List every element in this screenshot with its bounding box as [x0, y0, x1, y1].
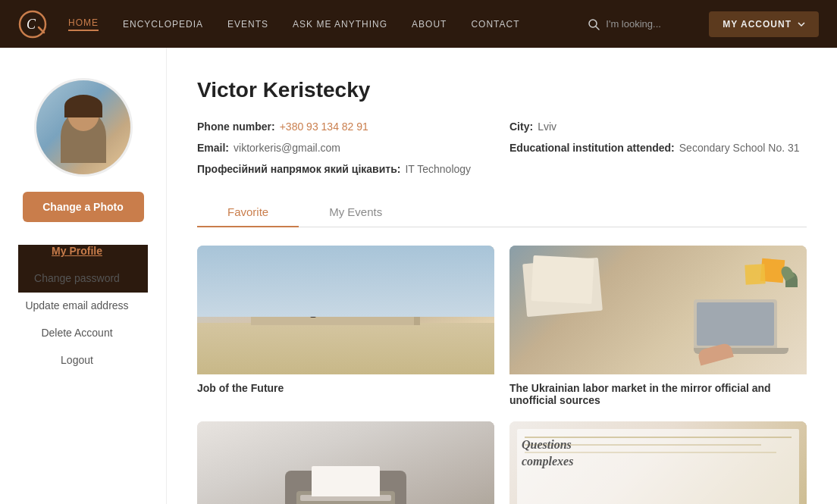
sidebar-item-delete[interactable]: Delete Account — [41, 327, 112, 339]
questions-text: Questionscomplexes — [522, 437, 573, 471]
navbar: C HOME ENCYCLOPEDIA EVENTS ASK ME ANYTHI… — [0, 0, 837, 48]
change-photo-button[interactable]: Change a Photo — [23, 192, 144, 222]
email-row: Email: viktorkeris@gmail.com — [197, 142, 494, 154]
nav-events[interactable]: EVENTS — [227, 19, 268, 30]
card-title-1: Job of the Future — [197, 374, 494, 394]
education-label: Educational institution attended: — [509, 142, 675, 154]
sidebar-item-email[interactable]: Update email address — [25, 299, 128, 311]
card-job-future[interactable]: Job of the Future — [197, 246, 494, 406]
card-questions[interactable]: Questionscomplexes — [509, 421, 807, 504]
email-value: viktorkeris@gmail.com — [234, 142, 340, 154]
profile-name: Victor Keristecky — [197, 78, 807, 102]
phone-value: +380 93 134 82 91 — [280, 121, 368, 133]
phone-label: Phone number: — [197, 121, 275, 133]
sidebar-item-password[interactable]: Change password — [34, 272, 120, 284]
my-account-button[interactable]: MY ACCOUNT — [709, 11, 819, 37]
sidebar: Change a Photo My Profile Change passwor… — [0, 48, 167, 504]
card-news[interactable]: News — [197, 421, 494, 504]
search-bar[interactable] — [588, 18, 697, 30]
tab-favorite[interactable]: Favorite — [197, 198, 299, 227]
card-title-2: The Ukrainian labor market in the mirror… — [509, 374, 807, 406]
logo[interactable]: C — [18, 10, 47, 39]
card-image-1 — [197, 246, 494, 374]
card-image-3: News — [197, 421, 494, 504]
email-label: Email: — [197, 142, 229, 154]
city-row: City: Lviv — [509, 121, 807, 133]
direction-row: Професійний напрямок який цікавить: IT T… — [197, 163, 494, 175]
education-row: Educational institution attended: Second… — [509, 142, 807, 154]
search-icon — [588, 18, 600, 30]
phone-row: Phone number: +380 93 134 82 91 — [197, 121, 494, 133]
nav-about[interactable]: ABOUT — [412, 19, 447, 30]
sidebar-menu: My Profile Change password Update email … — [18, 245, 148, 293]
profile-content: Victor Keristecky Phone number: +380 93 … — [167, 48, 837, 504]
sidebar-item-profile[interactable]: My Profile — [52, 245, 102, 257]
avatar — [34, 78, 133, 177]
svg-line-4 — [596, 27, 599, 30]
nav-home[interactable]: HOME — [68, 17, 99, 31]
avatar-hair — [64, 95, 102, 117]
city-value: Lviv — [538, 121, 556, 133]
nav-contact[interactable]: CONTACT — [471, 19, 519, 30]
content-tabs: Favorite My Events — [197, 198, 807, 227]
profile-info: Phone number: +380 93 134 82 91 Email: v… — [197, 121, 807, 175]
city-label: City: — [509, 121, 533, 133]
direction-label: Професійний напрямок який цікавить: — [197, 163, 400, 175]
main-container: Change a Photo My Profile Change passwor… — [0, 48, 837, 504]
svg-text:C: C — [27, 17, 36, 32]
chevron-down-icon — [798, 20, 805, 28]
direction-value: IT Technology — [405, 163, 471, 175]
education-value: Secondary School No. 31 — [679, 142, 800, 154]
card-labor-market[interactable]: The Ukrainian labor market in the mirror… — [509, 246, 807, 406]
account-button-label: MY ACCOUNT — [723, 19, 792, 30]
search-input[interactable] — [606, 18, 697, 30]
tab-my-events[interactable]: My Events — [299, 198, 412, 227]
sidebar-item-logout[interactable]: Logout — [61, 354, 93, 366]
nav-links: HOME ENCYCLOPEDIA EVENTS ASK ME ANYTHING… — [68, 17, 588, 31]
card-image-2 — [509, 246, 807, 374]
card-image-4: Questionscomplexes — [509, 421, 807, 504]
cards-grid: Job of the Future — [197, 246, 807, 504]
nav-ask[interactable]: ASK ME ANYTHING — [293, 19, 387, 30]
nav-encyclopedia[interactable]: ENCYCLOPEDIA — [123, 19, 203, 30]
